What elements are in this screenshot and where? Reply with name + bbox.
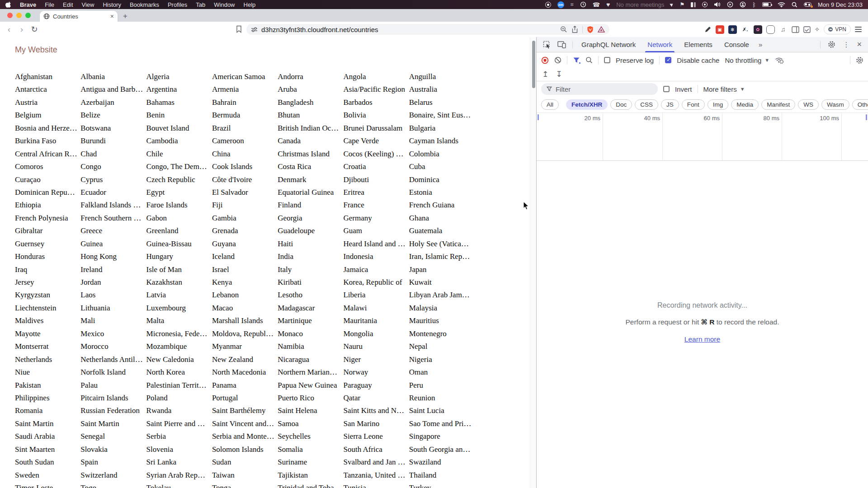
new-tab-button[interactable]: +	[123, 12, 127, 21]
bookmark-icon[interactable]	[236, 25, 242, 33]
throttling-dropdown[interactable]: No throttling▼	[725, 56, 769, 64]
preserve-log-checkbox[interactable]	[604, 57, 610, 63]
flag-app-icon[interactable]: ⚑	[679, 1, 684, 8]
filter-chip-other[interactable]: Other	[852, 99, 868, 110]
filter-chip-all[interactable]: All	[541, 99, 559, 110]
learn-more-link[interactable]: Learn more	[684, 335, 720, 343]
grid-app-icon[interactable]: ⌗	[571, 1, 574, 8]
zoom-page-icon[interactable]	[560, 26, 567, 33]
menu-item-window[interactable]: Window	[214, 1, 235, 8]
filter-chip-js[interactable]: JS	[661, 99, 679, 110]
devtools-tab-network[interactable]: Network	[642, 37, 678, 52]
devtools-tab-elements[interactable]: Elements	[678, 37, 718, 52]
invert-label[interactable]: Invert	[675, 85, 692, 93]
filter-toggle-icon[interactable]	[573, 57, 580, 64]
heart-app-icon[interactable]: ♥	[606, 1, 610, 8]
url-text[interactable]: d3hzn3tyfnt3th.cloudfront.net/countries	[261, 26, 557, 33]
cursor-app-icon[interactable]	[670, 1, 673, 8]
extension-icon-snowflake[interactable]: ✻	[728, 25, 737, 34]
site-settings-icon[interactable]	[251, 27, 258, 33]
export-har-icon[interactable]: ↧	[556, 70, 562, 79]
filter-chip-ws[interactable]: WS	[798, 99, 819, 110]
filter-chip-media[interactable]: Media	[731, 99, 759, 110]
reading-list-icon[interactable]	[803, 26, 811, 33]
more-tabs-icon[interactable]: »	[755, 41, 766, 48]
devtools-settings-icon[interactable]	[828, 41, 835, 48]
brave-shields-icon[interactable]	[587, 26, 594, 33]
share-icon[interactable]	[571, 26, 578, 33]
reload-button[interactable]: ↻	[28, 24, 41, 34]
minimize-window-button[interactable]	[16, 13, 22, 18]
leo-ai-icon[interactable]: ✧	[815, 26, 820, 33]
address-bar[interactable]: d3hzn3tyfnt3th.cloudfront.net/countries	[246, 24, 609, 35]
search-network-icon[interactable]	[585, 56, 593, 64]
preserve-log-label[interactable]: Preserve log	[616, 56, 654, 64]
menu-item-history[interactable]: History	[103, 1, 121, 8]
apple-menu-icon[interactable]	[5, 1, 11, 8]
volume-icon[interactable]	[714, 1, 721, 8]
brave-rewards-bat-icon[interactable]	[598, 26, 605, 33]
bluetooth-icon[interactable]: ᛒ	[752, 1, 756, 8]
devtools-tab-graphql-network[interactable]: GraphQL Network	[576, 37, 642, 52]
filter-input[interactable]	[556, 85, 652, 93]
import-har-icon[interactable]: ↥	[542, 70, 548, 79]
more-filters-dropdown[interactable]: More filters▼	[703, 85, 745, 93]
filter-chip-doc[interactable]: Doc	[610, 99, 632, 110]
menu-item-view[interactable]: View	[82, 1, 94, 8]
menu-item-bookmarks[interactable]: Bookmarks	[130, 1, 159, 8]
extension-icon-red[interactable]: ▣	[716, 25, 724, 34]
network-conditions-icon[interactable]	[775, 56, 784, 64]
record-network-log-button[interactable]	[541, 56, 549, 64]
menu-item-tab[interactable]: Tab	[196, 1, 205, 8]
spotlight-search-icon[interactable]	[792, 1, 797, 8]
meetings-status-text[interactable]: No more meetings	[616, 1, 664, 8]
zoom-app-icon[interactable]: zm	[557, 1, 564, 8]
menu-item-edit[interactable]: Edit	[63, 1, 73, 8]
phone-app-icon[interactable]: ☎	[593, 1, 600, 8]
disable-cache-label[interactable]: Disable cache	[677, 56, 719, 64]
network-overview-timeline[interactable]: 20 ms40 ms60 ms80 ms100 ms	[537, 113, 868, 161]
page-scrollbar[interactable]	[530, 37, 536, 488]
network-settings-icon[interactable]	[856, 56, 863, 64]
edit-pencil-icon[interactable]	[704, 26, 712, 33]
clear-network-log-icon[interactable]	[554, 56, 561, 64]
clock-app-icon[interactable]	[580, 1, 586, 8]
filter-chip-fetch-xhr[interactable]: Fetch/XHR	[566, 99, 608, 110]
extension-icon-squircle[interactable]	[766, 25, 775, 34]
devtools-close-icon[interactable]: ×	[857, 40, 862, 49]
record-status-icon[interactable]	[545, 2, 551, 8]
menu-item-help[interactable]: Help	[244, 1, 256, 8]
filter-chip-css[interactable]: CSS	[635, 99, 658, 110]
sidebar-toggle-icon[interactable]	[792, 26, 799, 33]
menu-item-file[interactable]: File	[45, 1, 54, 8]
user-status-icon[interactable]	[740, 1, 746, 8]
invert-checkbox[interactable]	[663, 86, 670, 92]
devtools-more-options-icon[interactable]: ⋮	[843, 41, 849, 49]
filter-chip-wasm[interactable]: Wasm	[821, 99, 849, 110]
scrollbar-thumb[interactable]	[532, 41, 535, 88]
extension-icon-flower[interactable]: ✿	[754, 25, 762, 34]
extension-icon-x[interactable]: ✗.	[741, 25, 750, 34]
timeline-right-handle[interactable]	[866, 114, 867, 120]
filter-chip-img[interactable]: Img	[708, 99, 729, 110]
back-button[interactable]: ‹	[3, 25, 15, 34]
extension-icon-music[interactable]: ♫	[779, 25, 788, 34]
inspect-element-icon[interactable]	[540, 41, 554, 49]
vpn-button[interactable]: VPN	[824, 24, 851, 34]
timer-icon[interactable]	[702, 2, 708, 7]
window-manager-icon[interactable]	[691, 1, 696, 8]
menu-item-brave[interactable]: Brave	[20, 1, 36, 8]
browser-tab-countries[interactable]: Countries ×	[40, 11, 118, 22]
wifi-icon[interactable]	[778, 1, 785, 8]
devtools-tab-console[interactable]: Console	[718, 37, 755, 52]
menu-bar-clock[interactable]: Mon 9 Dec 23:03	[818, 1, 863, 8]
filter-input-pill[interactable]	[541, 83, 658, 95]
zoom-window-button[interactable]	[25, 13, 31, 18]
control-center-icon[interactable]	[804, 2, 811, 7]
forward-button[interactable]: ›	[15, 25, 28, 34]
filter-chip-manifest[interactable]: Manifest	[761, 99, 795, 110]
play-circle-icon[interactable]	[727, 1, 733, 8]
battery-icon[interactable]	[762, 2, 771, 7]
tab-close-icon[interactable]: ×	[110, 13, 114, 19]
close-window-button[interactable]	[7, 13, 13, 18]
